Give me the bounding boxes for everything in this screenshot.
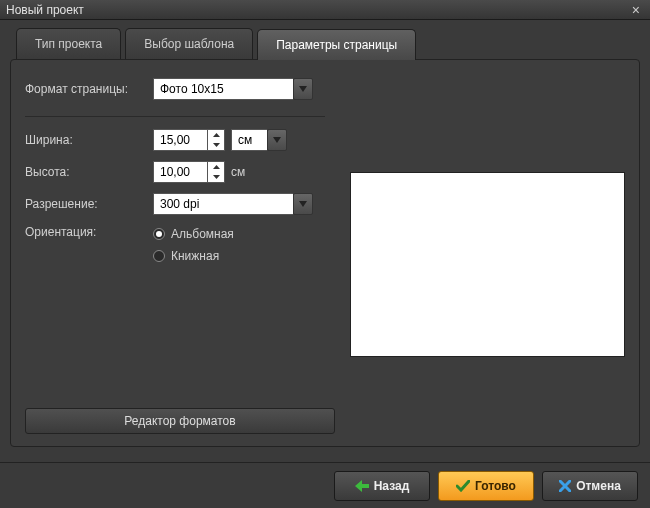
window-title: Новый проект (6, 3, 84, 17)
chevron-down-icon[interactable] (267, 129, 287, 151)
row-orientation: Ориентация: Альбомная Книжная (25, 225, 332, 263)
close-icon[interactable]: × (628, 2, 644, 18)
format-combo[interactable]: Фото 10х15 (153, 78, 313, 100)
format-value[interactable]: Фото 10х15 (153, 78, 293, 100)
resolution-combo[interactable]: 300 dpi (153, 193, 313, 215)
page-params-panel: Формат страницы: Фото 10х15 Ширина: (10, 59, 640, 447)
format-editor-button[interactable]: Редактор форматов (25, 408, 335, 434)
row-width: Ширина: см (25, 129, 332, 151)
row-height: Высота: см (25, 161, 332, 183)
orientation-portrait-radio[interactable]: Книжная (153, 249, 234, 263)
row-format: Формат страницы: Фото 10х15 (25, 78, 332, 100)
tab-page-params[interactable]: Параметры страницы (257, 29, 416, 60)
chevron-down-icon[interactable] (293, 193, 313, 215)
radio-icon (153, 250, 165, 262)
width-unit-value[interactable]: см (231, 129, 267, 151)
content-area: Тип проекта Выбор шаблона Параметры стра… (0, 20, 650, 456)
new-project-dialog: Новый проект × Тип проекта Выбор шаблона… (0, 0, 650, 508)
format-label: Формат страницы: (25, 82, 153, 96)
width-unit-combo[interactable]: см (231, 129, 287, 151)
titlebar: Новый проект × (0, 0, 650, 20)
x-icon (559, 480, 571, 492)
width-step-down-icon[interactable] (208, 140, 224, 150)
radio-icon (153, 228, 165, 240)
tab-template[interactable]: Выбор шаблона (125, 28, 253, 59)
width-input[interactable] (153, 129, 207, 151)
row-resolution: Разрешение: 300 dpi (25, 193, 332, 215)
cancel-label: Отмена (576, 479, 621, 493)
height-spinner[interactable] (153, 161, 225, 183)
orientation-radio-group: Альбомная Книжная (153, 225, 234, 263)
resolution-value[interactable]: 300 dpi (153, 193, 293, 215)
width-step-up-icon[interactable] (208, 130, 224, 140)
tab-project-type[interactable]: Тип проекта (16, 28, 121, 59)
height-label: Высота: (25, 165, 153, 179)
height-input[interactable] (153, 161, 207, 183)
tab-strip: Тип проекта Выбор шаблона Параметры стра… (16, 28, 640, 59)
back-label: Назад (374, 479, 410, 493)
orientation-portrait-label: Книжная (171, 249, 219, 263)
arrow-left-icon (355, 480, 369, 492)
orientation-landscape-label: Альбомная (171, 227, 234, 241)
width-spinner[interactable] (153, 129, 225, 151)
cancel-button[interactable]: Отмена (542, 471, 638, 501)
height-unit: см (231, 165, 245, 179)
back-button[interactable]: Назад (334, 471, 430, 501)
chevron-down-icon[interactable] (293, 78, 313, 100)
height-step-up-icon[interactable] (208, 162, 224, 172)
format-editor-label: Редактор форматов (124, 414, 235, 428)
page-preview (350, 172, 625, 357)
height-step-down-icon[interactable] (208, 172, 224, 182)
finish-button[interactable]: Готово (438, 471, 534, 501)
orientation-label: Ориентация: (25, 225, 153, 239)
check-icon (456, 480, 470, 492)
width-label: Ширина: (25, 133, 153, 147)
separator (25, 116, 325, 117)
resolution-label: Разрешение: (25, 197, 153, 211)
orientation-landscape-radio[interactable]: Альбомная (153, 227, 234, 241)
finish-label: Готово (475, 479, 516, 493)
footer: Назад Готово Отмена (0, 462, 650, 508)
